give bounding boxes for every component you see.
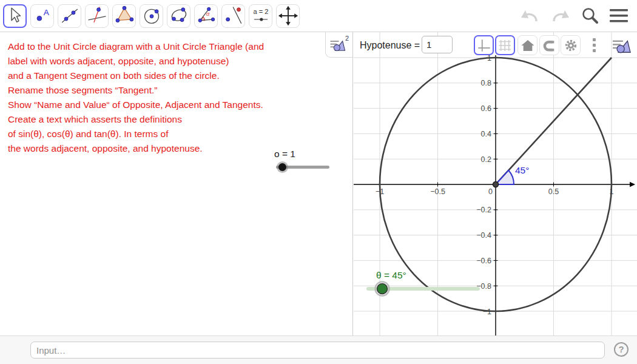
slider-o-knob[interactable] [278, 163, 286, 171]
perpendicular-line-icon [87, 5, 107, 26]
toolbar-right-group [519, 7, 637, 25]
dot [593, 49, 596, 52]
unit-circle-plot: −1 −0.5 0 0.5 1 1 0.8 0.6 0.4 0.2 −0.2 −… [354, 32, 637, 335]
ellipse-icon [169, 5, 189, 26]
stylebar-toggle-graphics2-button[interactable]: 2 [325, 32, 352, 58]
x-tick-label: −0.5 [430, 187, 445, 196]
hamburger-menu-icon [609, 8, 629, 24]
tool-perpendicular-line-button[interactable] [85, 4, 109, 28]
instruction-line: of sin(θ), cos(θ) and tan(θ). In terms o… [8, 127, 264, 141]
more-options-button[interactable] [590, 37, 598, 54]
dot [593, 38, 596, 41]
tool-reflect-button[interactable] [221, 4, 245, 28]
hypotenuse-label: Hypotenuse = [360, 40, 420, 51]
instruction-line: and a Tangent Segment on both sides of t… [8, 69, 264, 83]
redo-button[interactable] [550, 7, 571, 25]
grid-icon [497, 38, 513, 53]
instruction-line: Rename those segments “Tangent.” [8, 83, 264, 98]
instruction-line: Show “Name and Value“ of Opposite, Adjac… [8, 98, 264, 112]
snap-to-grid-button[interactable] [539, 35, 559, 55]
reflect-icon [223, 5, 244, 26]
redo-icon [550, 7, 571, 25]
x-axis-arrow [630, 182, 635, 187]
y-tick-label: −0.2 [476, 206, 491, 214]
instruction-line: the words adjacent, opposite, and hypote… [8, 141, 264, 156]
slider-o-label: o = 1 [274, 149, 295, 160]
y-tick-label: 0.4 [481, 130, 491, 138]
x-tick-label: 0 [488, 187, 493, 196]
stylebar-graphics-icon [612, 36, 632, 55]
instruction-line: Create a text which asserts the definiti… [8, 112, 264, 127]
line-icon [59, 5, 80, 26]
gear-icon [563, 38, 579, 53]
slider-theta-knob[interactable] [377, 284, 388, 294]
tool-move-graphics-button[interactable] [276, 4, 300, 28]
search-icon [581, 7, 600, 25]
y-tick-label: 0.6 [481, 104, 491, 113]
tool-polygon-button[interactable] [112, 4, 136, 28]
main-toolbar: A [0, 0, 637, 32]
stylebar-graphics2-icon [329, 36, 346, 53]
dot [593, 44, 596, 47]
angle-icon: α [196, 5, 217, 26]
undo-button[interactable] [519, 7, 541, 25]
polygon-icon [114, 5, 135, 26]
slider-icon: a = 2 [251, 5, 271, 26]
instruction-line: label with words adjacent, opposite, and… [8, 54, 264, 69]
x-tick-label: 0.5 [548, 187, 559, 196]
toggle-grid-button[interactable] [495, 35, 515, 55]
move-graphics-icon [278, 5, 298, 26]
angle-value-label: 45° [515, 165, 529, 175]
graphics2-superscript: 2 [345, 35, 349, 42]
search-button[interactable] [581, 7, 600, 25]
axes [354, 55, 632, 335]
algebra-input-bar: ? [0, 335, 637, 364]
tool-angle-button[interactable]: α [194, 4, 218, 28]
angle-sector[interactable] [496, 170, 514, 184]
graphics-view[interactable]: −1 −0.5 0 0.5 1 1 0.8 0.6 0.4 0.2 −0.2 −… [354, 32, 637, 335]
hypotenuse-input[interactable] [422, 36, 453, 53]
svg-text:α: α [206, 11, 210, 17]
y-tick-label: −0.6 [476, 257, 491, 265]
axes-icon [476, 38, 492, 53]
slider-theta-label: θ = 45° [376, 270, 406, 280]
y-tick-label: 0.8 [481, 79, 491, 87]
tool-move-button[interactable] [3, 4, 27, 28]
main-area: Add to the Unit Circle diagram with a Un… [0, 32, 637, 335]
toggle-axes-button[interactable] [474, 35, 494, 55]
home-icon [520, 38, 536, 53]
svg-text:a = 2: a = 2 [253, 8, 268, 15]
tool-line-button[interactable] [58, 4, 81, 28]
command-input[interactable] [30, 342, 605, 359]
graphics-view-2[interactable]: Add to the Unit Circle diagram with a Un… [0, 32, 353, 335]
instructions-text-object[interactable]: Add to the Unit Circle diagram with a Un… [8, 39, 264, 156]
settings-button[interactable] [561, 35, 581, 55]
move-cursor-icon [5, 5, 25, 26]
y-tick-label: −0.4 [476, 231, 491, 240]
menu-button[interactable] [609, 8, 629, 24]
instruction-line: Add to the Unit Circle diagram with a Un… [8, 39, 264, 54]
magnet-icon [542, 38, 558, 53]
tool-circle-button[interactable] [140, 4, 163, 28]
tool-point-button[interactable]: A [30, 4, 54, 28]
circle-icon [141, 5, 162, 26]
point-icon: A [32, 5, 53, 26]
origin-point[interactable] [493, 182, 499, 187]
y-tick-label: 0.2 [481, 155, 491, 164]
stylebar-toggle-graphics-button[interactable] [609, 35, 635, 55]
undo-icon [519, 7, 541, 25]
svg-text:A: A [43, 8, 49, 17]
help-button[interactable]: ? [614, 342, 629, 357]
tool-ellipse-button[interactable] [167, 4, 190, 28]
tool-slider-button[interactable]: a = 2 [249, 4, 272, 28]
home-view-button[interactable] [517, 35, 538, 55]
